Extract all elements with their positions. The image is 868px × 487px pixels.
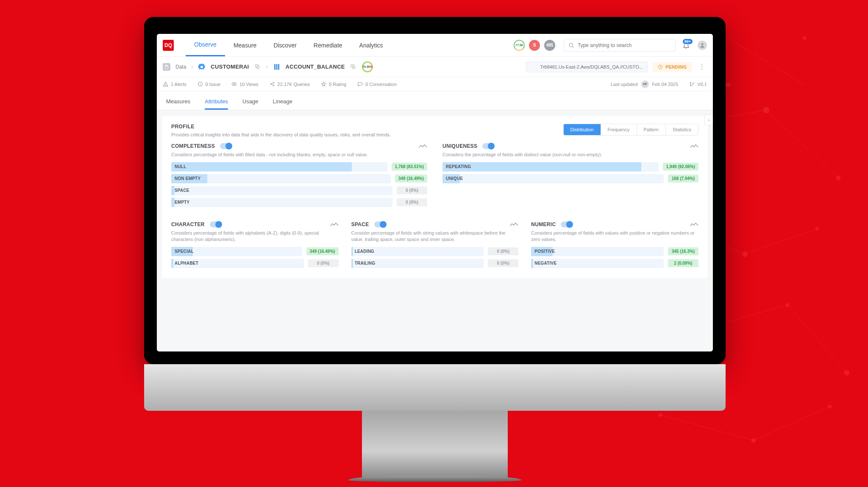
svg-point-12 [803,36,806,40]
seg-statistics[interactable]: Statistics [665,124,698,135]
metric-numeric: NUMERICConsiders percentage of fields wi… [531,221,698,271]
chevron-right-icon: › [191,64,193,70]
search-input[interactable] [578,42,671,48]
database-icon [163,63,170,71]
version-info[interactable]: V0.1 [689,81,707,87]
subtab-measures[interactable]: Measures [166,98,190,110]
tab-remediate[interactable]: Remediate [305,34,351,56]
sparkline-icon[interactable] [330,222,339,227]
stat-conversation[interactable]: 0 Conversation [357,81,397,87]
profile-card: PROFILE Provides critical insights into … [162,116,708,278]
badge-red[interactable]: S [529,40,540,51]
sparkline-icon[interactable] [690,144,698,149]
metric-toggle[interactable] [482,143,494,149]
panel-collapse-button[interactable]: ‹ [704,114,713,125]
crumb-customerai[interactable]: CUSTOMERAI [211,64,249,70]
user-avatar[interactable] [698,41,707,50]
metric-toggle[interactable] [561,221,573,227]
metric-row: LEADING0 (0%) [351,247,519,256]
svg-point-25 [569,43,573,47]
metric-bar: POSITIVE [531,247,664,256]
star-icon [321,81,326,87]
svg-line-26 [573,46,574,47]
seg-pattern[interactable]: Pattern [637,124,665,135]
stat-queries[interactable]: 22.17K Queries [270,81,310,87]
stat-rating[interactable]: 0 Rating [321,81,346,87]
metric-value-pill: 168 (7.94%) [668,174,698,183]
metric-bar: NEGATIVE [531,259,664,268]
metric-row: NON EMPTY349 (16.49%) [171,174,427,183]
crumb-account-balance[interactable]: ACCOUNT_BALANCE [286,64,345,70]
metric-title: CHARACTER [171,221,205,227]
view-segment: Distribution Frequency Pattern Statistic… [563,124,699,136]
asset-path-pill[interactable]: Tr68481.Us-East-2.Aws/DQLABS_QA.//CUSTO.… [526,61,648,72]
tab-observe[interactable]: Observe [186,34,225,56]
asset-score-ring[interactable]: 74.30% [362,61,373,72]
metric-bar-label: EMPTY [175,198,189,207]
metric-row: SPACE0 (0%) [171,186,427,195]
tab-analytics[interactable]: Analytics [351,34,392,56]
metric-value-pill: 1,768 (83.51%) [392,163,427,171]
metric-bar: TRAILING [351,259,484,268]
metric-bar-fill [351,259,353,268]
global-search[interactable] [564,39,676,52]
notifications-button[interactable]: 99+ [682,42,690,49]
sparkline-icon[interactable] [690,222,698,227]
subtab-usage[interactable]: Usage [242,98,259,110]
metric-row: REPEATING1,949 (92.06%) [442,162,698,172]
svg-rect-48 [358,83,362,86]
monitor-bezel: DQ Observe Measure Discover Remediate An… [144,17,726,364]
metric-toggle[interactable] [220,143,232,149]
copy-icon[interactable] [350,64,357,70]
metric-value-pill: 349 (16.49%) [306,247,339,255]
metric-row: SPECIAL349 (16.49%) [171,247,339,256]
metric-toggle[interactable] [210,221,222,227]
monitor-foot [348,476,522,482]
metric-bar: UNIQUE [442,174,664,183]
svg-point-44 [273,82,274,83]
metric-bar: NULL [171,162,387,172]
user-icon [699,42,705,48]
metric-bar-label: TRAILING [355,259,376,268]
app-logo[interactable]: DQ [163,40,174,51]
metric-bar: LEADING [351,247,484,256]
sparkline-icon[interactable] [510,222,518,227]
metric-bar-label: SPECIAL [175,247,194,256]
tab-discover[interactable]: Discover [265,34,305,56]
metric-space: SPACEConsider percentage of fields with … [351,221,519,271]
metric-bar: NON EMPTY [171,174,391,183]
seg-distribution[interactable]: Distribution [564,124,601,135]
svg-point-17 [743,252,748,257]
chevron-right-icon: › [266,64,268,70]
snowflake-icon [531,64,537,70]
svg-point-27 [701,43,704,45]
stat-views[interactable]: 10 Views [231,81,258,87]
copy-icon[interactable] [254,64,261,70]
eye-icon [231,81,237,87]
metric-row: NEGATIVE2 (0.09%) [531,259,698,268]
crumb-data[interactable]: Data [175,64,186,70]
subtab-lineage[interactable]: Lineage [273,98,292,110]
metric-bar: ALPHABET [171,259,304,268]
tab-measure[interactable]: Measure [225,34,265,56]
subtab-attributes[interactable]: Attributes [205,98,228,110]
svg-line-46 [271,83,273,84]
status-pending-pill[interactable]: PENDING [653,62,692,72]
more-menu-icon[interactable]: ⋮ [697,63,707,71]
metric-row: EMPTY0 (0%) [171,198,427,207]
badge-gray[interactable]: 485 [544,40,555,51]
svg-line-3 [766,110,838,178]
metric-bar-label: NON EMPTY [175,174,200,183]
score-ring[interactable]: 77.98 [514,40,525,51]
sparkline-icon[interactable] [419,144,427,149]
metric-desc: Consider percentage of fields with strin… [351,230,519,243]
metric-toggle[interactable] [374,221,386,227]
metric-title: SPACE [351,221,369,227]
svg-point-50 [690,85,691,86]
metric-desc: Considers percentage of fields with valu… [531,230,698,243]
seg-frequency[interactable]: Frequency [601,124,637,135]
updater-avatar[interactable]: VP [641,80,649,88]
stat-issue[interactable]: 0 Issue [198,81,220,87]
info-icon [198,81,203,87]
stat-alerts[interactable]: 1 Alerts [163,81,186,87]
